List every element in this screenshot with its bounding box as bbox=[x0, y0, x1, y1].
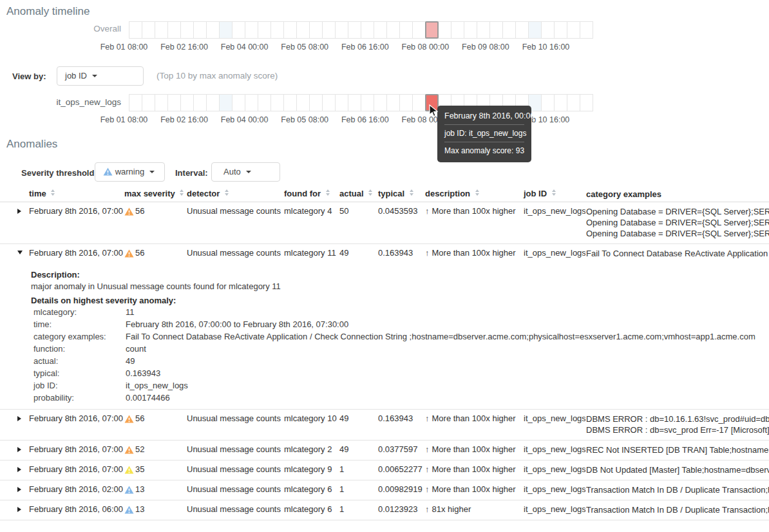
swimlane-cell[interactable] bbox=[348, 94, 361, 111]
column-header-time[interactable]: time bbox=[29, 186, 123, 198]
swimlane-cell[interactable] bbox=[386, 21, 400, 39]
swimlane-cell[interactable] bbox=[541, 21, 555, 39]
cell-max-severity: 56 bbox=[124, 410, 185, 424]
view-by-dropdown[interactable]: job ID bbox=[57, 66, 144, 86]
swimlane-cell[interactable] bbox=[309, 94, 323, 111]
chevron-down-icon bbox=[92, 75, 97, 77]
swimlane-cell[interactable] bbox=[335, 94, 348, 111]
swimlane-cell[interactable] bbox=[296, 94, 310, 111]
column-header-desc[interactable]: description bbox=[425, 186, 523, 198]
swimlane-cell[interactable] bbox=[361, 94, 374, 111]
swimlane-cell[interactable] bbox=[477, 21, 490, 39]
swimlane-cell[interactable] bbox=[438, 21, 451, 39]
swimlane-cell[interactable] bbox=[528, 21, 542, 39]
swimlane-cell[interactable] bbox=[245, 21, 258, 39]
detail-key: time: bbox=[33, 319, 126, 329]
swimlane-cell[interactable] bbox=[206, 21, 220, 39]
swimlane-cell[interactable] bbox=[296, 21, 310, 39]
swimlane-cell[interactable] bbox=[451, 21, 464, 39]
swimlane-cell[interactable] bbox=[425, 21, 439, 39]
swimlane-cell[interactable] bbox=[167, 21, 181, 39]
swimlane-cell[interactable] bbox=[245, 94, 258, 111]
swimlane-cell[interactable] bbox=[580, 21, 593, 39]
row-expander[interactable] bbox=[17, 251, 23, 254]
swimlane-cell[interactable] bbox=[232, 94, 245, 111]
swimlane-cell[interactable] bbox=[180, 21, 194, 39]
swimlane-cell[interactable] bbox=[155, 21, 168, 39]
swimlane-cell[interactable] bbox=[554, 94, 567, 111]
swimlane-cell[interactable] bbox=[232, 21, 245, 39]
swimlane-cell[interactable] bbox=[502, 21, 516, 39]
row-expander[interactable] bbox=[17, 447, 21, 452]
swimlane-cell[interactable] bbox=[580, 94, 593, 111]
swimlane-cell[interactable] bbox=[155, 94, 168, 111]
row-expander[interactable] bbox=[17, 416, 21, 421]
swimlane-cell[interactable] bbox=[129, 21, 142, 39]
anomalies-table-header: time max severity detector found for act… bbox=[0, 186, 769, 202]
swimlane-cell[interactable] bbox=[219, 94, 233, 111]
sort-icon bbox=[326, 189, 330, 196]
swimlane-cell[interactable] bbox=[193, 21, 207, 39]
swimlane-cell[interactable] bbox=[258, 21, 271, 39]
swimlane-cell[interactable] bbox=[271, 21, 284, 39]
row-expander[interactable] bbox=[17, 467, 21, 472]
swimlane-cell[interactable] bbox=[167, 94, 181, 111]
swimlane-cell[interactable] bbox=[142, 21, 155, 39]
interval-dropdown[interactable]: Auto bbox=[211, 162, 280, 182]
overall-lane-label: Overall bbox=[0, 24, 121, 33]
swimlane-cell[interactable] bbox=[541, 94, 555, 111]
swimlane-cell[interactable] bbox=[554, 21, 567, 39]
column-header-det[interactable]: detector bbox=[187, 186, 283, 198]
swimlane-cell[interactable] bbox=[180, 94, 194, 111]
detail-key: function: bbox=[33, 344, 126, 354]
swimlane-cell[interactable] bbox=[335, 21, 348, 39]
cell-category-examples: Fail To Connect Database ReActivate Appl… bbox=[586, 244, 769, 259]
swimlane-cell[interactable] bbox=[322, 21, 336, 39]
arrow-up-icon: ↑ bbox=[425, 206, 430, 216]
column-header-found[interactable]: found for bbox=[284, 186, 339, 198]
swimlane-cell[interactable] bbox=[361, 21, 374, 39]
swimlane-cell[interactable] bbox=[322, 94, 336, 111]
swimlane-cell[interactable] bbox=[464, 21, 477, 39]
cell-found-for: mlcategory 2 bbox=[284, 441, 339, 454]
swimlane-cell[interactable] bbox=[412, 21, 426, 39]
swimlane-cell[interactable] bbox=[489, 21, 503, 39]
swimlane-cell[interactable] bbox=[348, 21, 361, 39]
swimlane-cell[interactable] bbox=[309, 21, 323, 39]
swimlane-cell[interactable] bbox=[374, 21, 387, 39]
swimlane-cell[interactable] bbox=[271, 94, 284, 111]
swimlane-cell[interactable] bbox=[567, 21, 580, 39]
column-header-actual[interactable]: actual bbox=[339, 186, 377, 198]
table-row: February 8th 2016, 07:0056Unusual messag… bbox=[0, 244, 769, 410]
time-axis-label: Feb 05 08:00 bbox=[275, 43, 334, 52]
swimlane-cell[interactable] bbox=[283, 21, 297, 39]
swimlane-cell[interactable] bbox=[129, 94, 142, 111]
row-expander[interactable] bbox=[17, 487, 21, 492]
swimlane-cell[interactable] bbox=[412, 94, 426, 111]
cell-typical: 0.00982919 bbox=[378, 480, 424, 494]
swimlane-cell[interactable] bbox=[399, 21, 413, 39]
swimlane-cell[interactable] bbox=[206, 94, 220, 111]
swimlane-cell[interactable] bbox=[374, 94, 387, 111]
cell-detector: Unusual message counts bbox=[187, 202, 283, 216]
swimlane-cell[interactable] bbox=[399, 94, 413, 111]
cell-typical: 0.00652277 bbox=[378, 461, 424, 474]
row-expander[interactable] bbox=[17, 507, 21, 512]
expanded-anomaly-details: Description:major anomaly in Unusual mes… bbox=[0, 262, 769, 409]
overall-swimlane bbox=[129, 21, 594, 39]
swimlane-cell[interactable] bbox=[193, 94, 207, 111]
severity-threshold-dropdown[interactable]: warning bbox=[95, 162, 165, 182]
column-header-typical[interactable]: typical bbox=[378, 186, 424, 198]
swimlane-cell[interactable] bbox=[515, 21, 529, 39]
row-expander[interactable] bbox=[17, 209, 21, 214]
column-header-sev[interactable]: max severity bbox=[124, 186, 185, 198]
swimlane-cell[interactable] bbox=[567, 94, 580, 111]
swimlane-cell[interactable] bbox=[142, 94, 155, 111]
swimlane-cell[interactable] bbox=[283, 94, 297, 111]
cell-time: February 8th 2016, 02:00 bbox=[29, 480, 123, 494]
swimlane-cell[interactable] bbox=[386, 94, 400, 111]
column-header-job[interactable]: job ID bbox=[524, 186, 585, 198]
swimlane-cell[interactable] bbox=[258, 94, 271, 111]
anomaly-explorer-page: Anomaly timeline Overall Feb 01 08:00Feb… bbox=[0, 0, 769, 532]
swimlane-cell[interactable] bbox=[219, 21, 233, 39]
